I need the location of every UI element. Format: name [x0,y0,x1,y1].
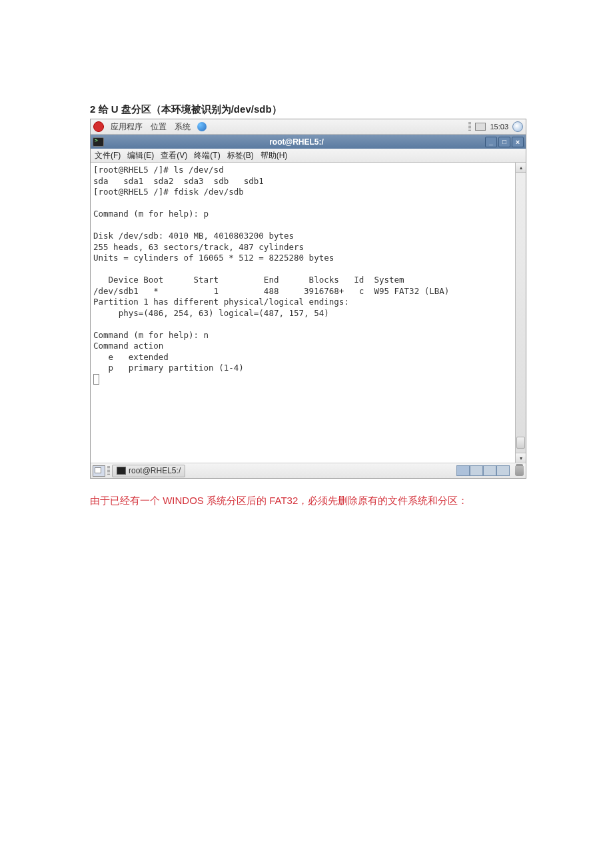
close-button[interactable]: × [512,137,524,147]
trash-icon[interactable] [515,466,524,476]
taskbar-item[interactable]: root@RHEL5:/ [112,465,185,477]
caption-text: 由于已经有一个 WINDOS 系统分区后的 FAT32，必须先删除原有的文件系统… [90,495,526,507]
term-menu-terminal[interactable]: 终端(T) [194,150,220,161]
workspace-4[interactable] [496,465,510,476]
screenshot: 应用程序 位置 系统 15:03 root@RHEL5:/ _ □ × [90,119,526,479]
keyboard-icon[interactable] [475,123,486,131]
system-tray: 15:03 [468,121,523,132]
term-menu-tabs[interactable]: 标签(B) [227,150,254,161]
term-menu-edit[interactable]: 编辑(E) [127,150,154,161]
term-menu-view[interactable]: 查看(V) [161,150,187,161]
terminal-menubar: 文件(F) 编辑(E) 查看(V) 终端(T) 标签(B) 帮助(H) [91,149,526,163]
volume-icon[interactable] [512,121,523,132]
panel-handle-icon [468,122,471,131]
taskbar-item-label: root@RHEL5:/ [129,466,181,475]
workspace-2[interactable] [470,465,483,476]
menu-system[interactable]: 系统 [171,121,195,133]
scroll-track[interactable] [516,173,526,453]
maximize-button[interactable]: □ [498,137,510,147]
term-menu-file[interactable]: 文件(F) [95,150,121,161]
menu-applications[interactable]: 应用程序 [107,121,147,133]
term-menu-help[interactable]: 帮助(H) [261,150,288,161]
heading-text-c: ） [272,103,282,115]
scroll-up-button[interactable]: ▴ [516,163,526,173]
show-desktop-button[interactable] [93,465,105,477]
clock[interactable]: 15:03 [490,123,508,131]
redhat-icon [93,121,104,132]
menu-places[interactable]: 位置 [147,121,171,133]
terminal-text: [root@RHEL5 /]# ls /dev/sd sda sda1 sda2… [93,165,449,373]
workspace-1[interactable] [456,465,470,476]
window-title: root@RHEL5:/ [109,137,484,147]
heading-text-a: 给 [95,103,111,115]
terminal-area: [root@RHEL5 /]# ls /dev/sd sda sda1 sda2… [91,163,526,463]
terminal-cursor [93,374,99,385]
minimize-button[interactable]: _ [485,137,497,147]
browser-icon[interactable] [197,122,207,131]
workspace-switcher[interactable] [456,465,510,476]
scroll-grip-icon[interactable] [516,437,525,449]
bottom-panel: root@RHEL5:/ [91,463,526,478]
terminal-scrollbar[interactable]: ▴ ▾ [515,163,526,463]
heading-dev: /dev/sdb [231,103,272,115]
scroll-down-button[interactable]: ▾ [516,453,526,463]
workspace-3[interactable] [483,465,496,476]
panel-handle-icon [107,466,110,475]
heading-text-b: 盘分区（本环境被识别为 [119,103,231,115]
top-panel: 应用程序 位置 系统 15:03 [91,119,526,135]
window-titlebar: root@RHEL5:/ _ □ × [91,135,526,149]
section-heading: 2 给 U 盘分区（本环境被识别为/dev/sdb） [90,103,526,116]
terminal-output[interactable]: [root@RHEL5 /]# ls /dev/sd sda sda1 sda2… [91,163,526,463]
terminal-icon [93,137,104,147]
heading-u: U [111,103,119,115]
terminal-icon [117,467,126,475]
